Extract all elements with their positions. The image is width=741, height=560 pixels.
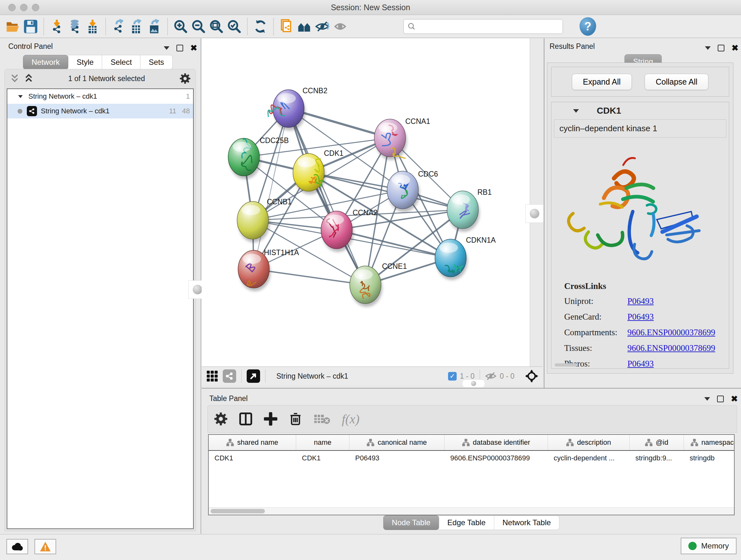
zoom-out-icon[interactable] xyxy=(190,17,207,36)
expand-all-button[interactable]: Expand All xyxy=(572,74,632,90)
panel-float-icon[interactable] xyxy=(177,45,183,51)
panel-close-icon[interactable]: ✖ xyxy=(731,395,738,403)
table-cell[interactable]: stringdb:9... xyxy=(630,451,684,462)
expand-all-networks-icon[interactable] xyxy=(10,73,19,84)
node-ccna1[interactable] xyxy=(374,119,407,160)
table-cell[interactable]: CDK1 xyxy=(209,451,296,462)
tab-network-table[interactable]: Network Table xyxy=(494,515,560,530)
control-panel-tabs: NetworkStyleSelectSets xyxy=(23,55,173,70)
table-cell[interactable]: P06493 xyxy=(349,451,445,462)
edge-ccnb2-hist1h1a[interactable] xyxy=(254,109,288,269)
show-columns-icon[interactable] xyxy=(239,412,253,426)
zoom-selected-icon[interactable] xyxy=(225,17,243,36)
import-network-file-icon[interactable] xyxy=(48,17,66,36)
table-cell[interactable]: stringdb xyxy=(684,451,735,462)
gene-entry-header[interactable]: CDK1 xyxy=(551,102,729,119)
column-header-namespace[interactable]: namespace xyxy=(684,435,735,450)
table-cell[interactable]: cyclin-dependent ... xyxy=(548,451,630,462)
collapse-all-button[interactable]: Collapse All xyxy=(645,74,709,90)
first-neighbors-icon[interactable] xyxy=(295,17,313,36)
bottom-splitter-handle[interactable] xyxy=(462,379,485,388)
node-cdc6[interactable] xyxy=(387,171,420,212)
table-cell[interactable]: 9606.ENSP00000378699 xyxy=(445,451,548,462)
panel-menu-icon[interactable] xyxy=(705,46,711,50)
network-options-gear-icon[interactable] xyxy=(180,73,191,84)
collapse-all-networks-icon[interactable] xyxy=(24,73,33,84)
network-row-selected[interactable]: String Network – cdk1 11 48 xyxy=(7,104,193,118)
pan-crosshair-icon[interactable] xyxy=(525,370,538,382)
import-network-database-icon[interactable] xyxy=(66,17,84,36)
export-network-icon[interactable] xyxy=(110,17,128,36)
tab-select[interactable]: Select xyxy=(102,55,140,70)
tab-node-table[interactable]: Node Table xyxy=(383,515,439,530)
node-ccna2[interactable] xyxy=(321,211,354,252)
column-type-icon xyxy=(566,438,574,447)
network-canvas[interactable]: CCNB2CCNA1CDC25BCDK1CDC6RB1CCNB1CCNA2CDK… xyxy=(202,38,530,367)
column-header--id[interactable]: @id xyxy=(630,435,684,450)
table-hscrollbar-thumb[interactable] xyxy=(211,509,265,513)
panel-float-icon[interactable] xyxy=(718,45,724,51)
table-row[interactable]: CDK1CDK1P064939606.ENSP00000378699cyclin… xyxy=(209,451,734,462)
edge-ccnb2-ccne1[interactable] xyxy=(288,109,365,285)
panel-menu-icon[interactable] xyxy=(164,46,170,50)
crosslink-link[interactable]: P06493 xyxy=(627,296,654,306)
entry-expander-icon[interactable] xyxy=(573,109,579,113)
birdseye-grid-icon[interactable] xyxy=(206,370,218,382)
open-folder-icon[interactable] xyxy=(4,17,22,36)
cloud-status-button[interactable] xyxy=(6,539,28,554)
table-cell[interactable]: CDK1 xyxy=(296,451,349,462)
column-header-canonical-name[interactable]: canonical name xyxy=(349,435,445,450)
table-hscrollbar[interactable] xyxy=(209,507,734,515)
column-header-description[interactable]: description xyxy=(548,435,630,450)
table-options-gear-icon[interactable] xyxy=(214,412,227,426)
node-ccne1[interactable] xyxy=(350,266,382,307)
crosslink-link[interactable]: 9606.ENSP00000378699 xyxy=(627,327,715,337)
duplicate-network-icon[interactable] xyxy=(278,17,295,36)
right-splitter-handle[interactable] xyxy=(525,204,544,223)
zoom-fit-icon[interactable] xyxy=(207,17,225,36)
window-minimize-button[interactable] xyxy=(20,4,27,11)
collection-expander-icon[interactable] xyxy=(18,95,23,98)
tab-edge-table[interactable]: Edge Table xyxy=(439,515,494,530)
column-header-database-identifier[interactable]: database identifier xyxy=(445,435,548,450)
hide-selected-icon[interactable] xyxy=(313,17,331,36)
window-zoom-button[interactable] xyxy=(32,4,39,11)
panel-close-icon[interactable]: ✖ xyxy=(731,44,738,52)
help-button[interactable]: ? xyxy=(580,17,596,36)
toolbar-search[interactable] xyxy=(403,19,563,34)
open-external-viewer-icon[interactable] xyxy=(247,369,260,383)
panel-float-icon[interactable] xyxy=(717,395,724,402)
hidden-eye-slash-icon xyxy=(485,371,496,381)
node-cdk1[interactable] xyxy=(293,153,326,194)
delete-column-icon[interactable] xyxy=(289,412,302,426)
column-header-name[interactable]: name xyxy=(296,435,349,450)
node-ccnb1[interactable] xyxy=(237,201,270,242)
export-table-icon[interactable] xyxy=(128,17,145,36)
search-input[interactable] xyxy=(418,22,562,31)
node-cdkn1a[interactable] xyxy=(435,239,468,280)
crosslink-link[interactable]: 9606.ENSP00000378699 xyxy=(627,343,715,353)
panel-menu-icon[interactable] xyxy=(704,397,710,401)
import-table-icon[interactable] xyxy=(84,17,102,36)
results-hscrollbar[interactable] xyxy=(555,363,577,367)
warnings-button[interactable] xyxy=(35,539,56,554)
window-close-button[interactable] xyxy=(8,4,16,11)
panel-close-icon[interactable]: ✖ xyxy=(190,44,197,52)
node-rb1[interactable] xyxy=(447,191,480,232)
network-overview-icon[interactable] xyxy=(223,369,236,383)
refresh-layout-icon[interactable] xyxy=(252,17,269,36)
memory-button[interactable]: Memory xyxy=(681,538,737,554)
network-collection-row[interactable]: String Network – cdk1 1 xyxy=(7,89,193,104)
column-header-shared-name[interactable]: shared name xyxy=(209,435,296,450)
tab-sets[interactable]: Sets xyxy=(140,55,173,70)
export-image-icon[interactable] xyxy=(145,17,163,36)
tab-network[interactable]: Network xyxy=(23,55,68,70)
zoom-in-icon[interactable] xyxy=(172,17,190,36)
node-label-cdk1: CDK1 xyxy=(324,149,343,158)
crosslink-link[interactable]: P06493 xyxy=(627,312,654,322)
selected-checkbox-icon[interactable]: ✓ xyxy=(448,372,457,381)
tab-style[interactable]: Style xyxy=(68,55,102,70)
add-column-icon[interactable] xyxy=(264,412,277,426)
save-session-icon[interactable] xyxy=(22,17,40,36)
crosslink-link[interactable]: P06493 xyxy=(627,359,654,369)
